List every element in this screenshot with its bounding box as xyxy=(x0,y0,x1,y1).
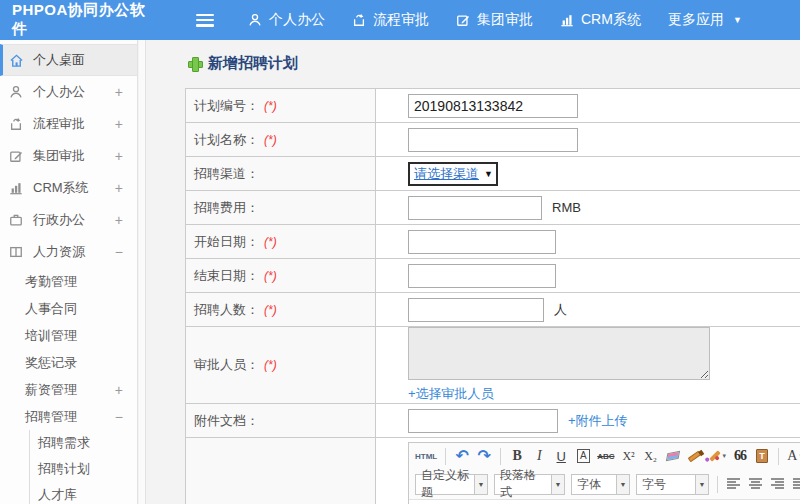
italic-button[interactable]: I xyxy=(531,446,547,466)
fee-unit: RMB xyxy=(552,200,581,215)
fontborder-button[interactable]: A xyxy=(575,446,591,466)
page-title: 新增招聘计划 xyxy=(188,54,800,73)
font-family-select[interactable]: 字体▼ xyxy=(571,474,630,495)
required-mark: (*) xyxy=(264,358,277,372)
attachment-upload-link[interactable]: +附件上传 xyxy=(568,412,628,430)
caret-down-icon[interactable]: ▼ xyxy=(551,475,564,494)
toolbar-separator xyxy=(500,448,501,465)
fee-input[interactable] xyxy=(408,196,542,220)
editor-toolbar-row1: HTML↶↷BIUAABCX²X₂▾66TA▾ab▾ xyxy=(409,443,800,469)
caret-down-icon[interactable]: ▼ xyxy=(474,475,487,494)
channel-label: 招聘渠道： xyxy=(194,165,259,183)
expander-icon[interactable]: + xyxy=(115,148,123,164)
required-mark: (*) xyxy=(264,269,277,283)
font-size-select[interactable]: 字号▼ xyxy=(636,474,709,495)
nav-crm-system[interactable]: CRM系统 xyxy=(560,11,641,29)
form-row-attachment: 附件文档： +附件上传 xyxy=(186,404,800,438)
rich-text-editor: HTML↶↷BIUAABCX²X₂▾66TA▾ab▾ 自定义标题▼段落格式▼字体… xyxy=(408,442,800,504)
form-row-channel: 招聘渠道： 请选择渠道 ▼ xyxy=(186,157,800,191)
nav-personal-office[interactable]: 个人办公 xyxy=(248,11,325,29)
html-source-button[interactable]: HTML xyxy=(415,446,437,466)
formatmatch-button[interactable] xyxy=(687,446,703,466)
end-date-input[interactable] xyxy=(408,264,556,288)
header-nav: 个人办公流程审批集团审批CRM系统更多应用▼ xyxy=(248,11,742,29)
toolbar-separator xyxy=(778,448,779,465)
start-date-input[interactable] xyxy=(408,230,556,254)
sidebar-item-training-mgmt[interactable]: 培训管理 xyxy=(0,322,137,349)
main-content: 新增招聘计划 计划编号：(*) 计划名称：(*) 招聘渠道： 请选择渠道 ▼ 招… xyxy=(146,40,800,504)
sidebar-item-admin-office[interactable]: 行政办公+ xyxy=(0,204,137,236)
hamburger-menu-icon[interactable] xyxy=(196,14,214,27)
sidebar-item-talent-pool[interactable]: 人才库 xyxy=(30,482,137,504)
align-justify-button[interactable] xyxy=(792,474,800,494)
expander-icon[interactable]: + xyxy=(115,116,123,132)
attachment-input[interactable] xyxy=(408,409,558,433)
sidebar-item-reward-punishment[interactable]: 奖惩记录 xyxy=(0,349,137,376)
sidebar-item-personal-office[interactable]: 个人办公+ xyxy=(0,76,137,108)
headcount-input[interactable] xyxy=(408,298,544,322)
strikethrough-button[interactable]: ABC xyxy=(597,446,614,466)
subscript-button[interactable]: X₂ xyxy=(643,446,659,466)
plan-name-label: 计划名称： xyxy=(194,131,259,149)
blockquote-button[interactable]: 66 xyxy=(732,446,748,466)
page-title-text: 新增招聘计划 xyxy=(208,54,298,73)
sidebar-item-workflow-approval[interactable]: 流程审批+ xyxy=(0,108,137,140)
edit-icon xyxy=(9,149,25,163)
required-mark: (*) xyxy=(264,133,277,147)
sidebar-item-recruitment-plan[interactable]: 招聘计划 xyxy=(30,456,137,482)
expander-icon[interactable]: + xyxy=(115,180,123,196)
chart-icon xyxy=(560,13,574,27)
redo-button[interactable]: ↷ xyxy=(476,446,492,466)
expander-icon[interactable]: + xyxy=(115,84,123,100)
nav-more-apps[interactable]: 更多应用▼ xyxy=(668,11,742,29)
sidebar-item-personal-desktop[interactable]: 个人桌面 xyxy=(0,44,137,76)
expander-icon[interactable]: − xyxy=(115,409,123,425)
caret-down-icon[interactable]: ▼ xyxy=(695,475,708,494)
sidebar-item-recruitment-demand[interactable]: 招聘需求 xyxy=(30,430,137,456)
expander-icon[interactable]: + xyxy=(115,382,123,398)
paragraph-format-select[interactable]: 段落格式▼ xyxy=(494,474,565,495)
eraser-button[interactable] xyxy=(665,446,681,466)
sidebar-item-human-resources[interactable]: 人力资源− xyxy=(0,236,137,268)
autotypeset-button[interactable]: ▾ xyxy=(709,446,727,466)
top-header-bar: PHPOA协同办公软件 个人办公流程审批集团审批CRM系统更多应用▼ xyxy=(0,0,800,40)
required-mark: (*) xyxy=(264,303,277,317)
underline-button[interactable]: U xyxy=(553,446,569,466)
caret-down-icon[interactable]: ▼ xyxy=(616,475,629,494)
sidebar-scrollbar[interactable] xyxy=(139,40,146,504)
undo-button[interactable]: ↶ xyxy=(454,446,470,466)
toolbar-separator xyxy=(445,448,446,465)
bold-button[interactable]: B xyxy=(509,446,525,466)
forecolor-button[interactable]: A▾ xyxy=(787,446,800,466)
select-approvers-link[interactable]: +选择审批人员 xyxy=(408,385,494,403)
nav-group-approval[interactable]: 集团审批 xyxy=(456,11,533,29)
plan-number-input[interactable] xyxy=(408,94,578,118)
expander-icon[interactable]: − xyxy=(115,244,123,260)
align-right-button[interactable] xyxy=(770,474,786,494)
align-center-button[interactable] xyxy=(748,474,764,494)
plan-name-input[interactable] xyxy=(408,128,578,152)
superscript-button[interactable]: X² xyxy=(621,446,637,466)
sidebar-item-attendance-mgmt[interactable]: 考勤管理 xyxy=(0,268,137,295)
channel-select[interactable]: 请选择渠道 ▼ xyxy=(408,162,498,186)
editor-toolbar-row2: 自定义标题▼段落格式▼字体▼字号▼ xyxy=(409,469,800,499)
book-icon xyxy=(9,245,25,259)
form-row-approvers: 审批人员：(*) +选择审批人员 xyxy=(186,327,800,404)
edit-icon xyxy=(456,13,470,27)
sidebar-item-group-approval[interactable]: 集团审批+ xyxy=(0,140,137,172)
pasteplain-button[interactable]: T xyxy=(754,446,770,466)
nav-workflow-approval[interactable]: 流程审批 xyxy=(352,11,429,29)
sidebar-item-recruitment-mgmt[interactable]: 招聘管理− xyxy=(0,403,137,430)
home-icon xyxy=(9,53,25,68)
sidebar-item-hr-contract[interactable]: 人事合同 xyxy=(0,295,137,322)
start-date-label: 开始日期： xyxy=(194,233,259,251)
sidebar-item-salary-mgmt[interactable]: 薪资管理+ xyxy=(0,376,137,403)
expander-icon[interactable]: + xyxy=(115,212,123,228)
align-left-button[interactable] xyxy=(726,474,742,494)
select-caret-icon: ▼ xyxy=(484,169,493,179)
form-row-headcount: 招聘人数：(*) 人 xyxy=(186,293,800,327)
custom-title-select[interactable]: 自定义标题▼ xyxy=(415,474,488,495)
approvers-textarea[interactable] xyxy=(408,327,710,380)
sidebar-item-crm-system[interactable]: CRM系统+ xyxy=(0,172,137,204)
form-row-plan-name: 计划名称：(*) xyxy=(186,123,800,157)
